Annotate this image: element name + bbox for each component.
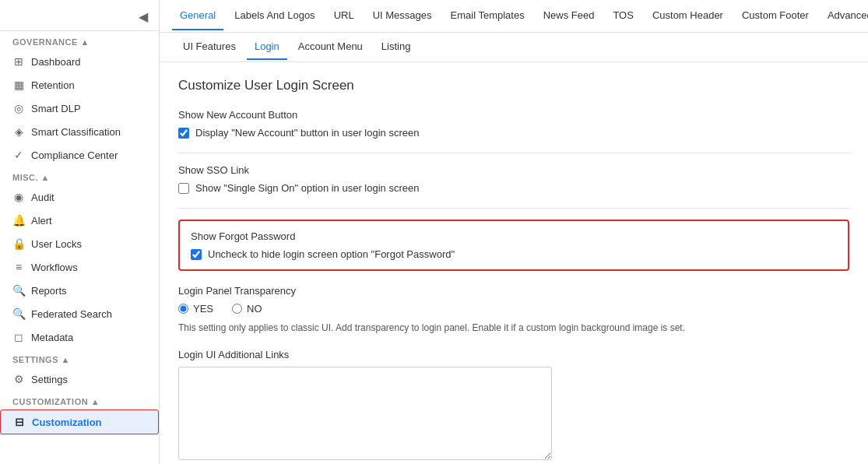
tab-custom-header[interactable]: Custom Header — [645, 2, 731, 30]
checkbox-row-new-account[interactable]: Display "New Account" button in user log… — [178, 127, 849, 139]
dashboard-icon: ⊞ — [12, 55, 25, 68]
workflows-icon: ≡ — [12, 261, 25, 273]
sidebar-label-federated-search: Federated Search — [31, 308, 112, 320]
sidebar-item-retention[interactable]: ▦ Retention — [0, 73, 159, 97]
sidebar: ◀ GOVERNANCE ▲ ⊞ Dashboard ▦ Retention ◎… — [0, 0, 160, 464]
sidebar-item-alert[interactable]: 🔔 Alert — [0, 209, 159, 232]
tab-tos[interactable]: TOS — [605, 2, 641, 30]
section-label-additional-links: Login UI Additional Links — [178, 349, 849, 360]
sub-tab-login[interactable]: Login — [247, 34, 287, 60]
alert-icon: 🔔 — [12, 214, 25, 227]
radio-no[interactable] — [232, 304, 242, 314]
main-content-area: General Labels And Logos URL UI Messages… — [160, 0, 868, 464]
sidebar-item-customization[interactable]: ⊟ Customization — [0, 410, 159, 434]
section-label-forgot-password: Show Forgot Password — [191, 230, 837, 242]
sidebar-section-settings: SETTINGS ▲ — [0, 349, 159, 367]
page-title: Customize User Login Screen — [178, 78, 849, 93]
sidebar-item-workflows[interactable]: ≡ Workflows — [0, 255, 159, 279]
section-login-panel-transparency: Login Panel Transparency YES NO This set… — [178, 285, 849, 335]
federated-search-icon: 🔍 — [12, 308, 25, 320]
section-sso-link: Show SSO Link Show "Single Sign On" opti… — [178, 164, 849, 194]
retention-icon: ▦ — [12, 79, 25, 91]
section-label-transparency: Login Panel Transparency — [178, 285, 849, 297]
divider-2 — [178, 208, 849, 209]
sidebar-item-user-locks[interactable]: 🔒 User Locks — [0, 232, 159, 255]
smart-dlp-icon: ◎ — [12, 102, 25, 114]
sidebar-label-alert: Alert — [31, 215, 52, 227]
sidebar-label-settings: Settings — [31, 374, 68, 385]
content-area: Customize User Login Screen Show New Acc… — [160, 62, 868, 464]
sidebar-item-metadata[interactable]: ◻ Metadata — [0, 325, 159, 349]
sidebar-item-compliance-center[interactable]: ✓ Compliance Center — [0, 143, 159, 167]
sidebar-label-smart-classification: Smart Classification — [31, 126, 121, 138]
section-label-sso: Show SSO Link — [178, 164, 849, 176]
checkbox-row-sso[interactable]: Show "Single Sign On" option in user log… — [178, 182, 849, 194]
top-navigation: General Labels And Logos URL UI Messages… — [160, 0, 868, 33]
tab-ui-messages[interactable]: UI Messages — [365, 2, 440, 30]
sidebar-label-compliance-center: Compliance Center — [31, 149, 118, 161]
collapse-sidebar-button[interactable]: ◀ — [134, 8, 153, 26]
sidebar-item-smart-dlp[interactable]: ◎ Smart DLP — [0, 97, 159, 120]
sidebar-collapse-area: ◀ — [0, 3, 159, 31]
tab-labels-logos[interactable]: Labels And Logos — [227, 2, 322, 30]
checkbox-row-forgot-password[interactable]: Uncheck to hide login screen option "For… — [191, 248, 837, 260]
sub-navigation: UI Features Login Account Menu Listing — [160, 33, 868, 62]
radio-no-label[interactable]: NO — [232, 303, 262, 315]
checkbox-forgot-password[interactable] — [191, 249, 202, 260]
settings-icon: ⚙ — [12, 373, 25, 385]
section-label-new-account: Show New Account Button — [178, 109, 849, 121]
sidebar-label-retention: Retention — [31, 79, 75, 91]
sub-tab-ui-features[interactable]: UI Features — [175, 34, 244, 60]
checkbox-sso[interactable] — [178, 183, 189, 194]
radio-group-transparency: YES NO — [178, 303, 849, 315]
radio-no-text: NO — [247, 303, 262, 315]
sidebar-item-settings[interactable]: ⚙ Settings — [0, 367, 159, 391]
metadata-icon: ◻ — [12, 331, 25, 343]
tab-email-templates[interactable]: Email Templates — [443, 2, 532, 30]
sidebar-item-federated-search[interactable]: 🔍 Federated Search — [0, 302, 159, 325]
sidebar-label-user-locks: User Locks — [31, 238, 82, 250]
user-locks-icon: 🔒 — [12, 237, 25, 250]
sidebar-section-customization: CUSTOMIZATION ▲ — [0, 391, 159, 410]
checkbox-label-forgot-password: Uncheck to hide login screen option "For… — [208, 248, 455, 260]
sidebar-label-customization: Customization — [32, 417, 102, 428]
sidebar-label-smart-dlp: Smart DLP — [31, 103, 81, 114]
additional-links-textarea[interactable] — [178, 367, 552, 460]
tab-news-feed[interactable]: News Feed — [536, 2, 603, 30]
sidebar-item-audit[interactable]: ◉ Audit — [0, 185, 159, 209]
checkbox-label-new-account: Display "New Account" button in user log… — [195, 127, 419, 139]
sub-tab-listing[interactable]: Listing — [374, 34, 419, 60]
checkbox-new-account[interactable] — [178, 128, 189, 139]
sidebar-label-reports: Reports — [31, 285, 67, 297]
sidebar-item-smart-classification[interactable]: ◈ Smart Classification — [0, 120, 159, 143]
tab-url[interactable]: URL — [326, 2, 362, 30]
sidebar-label-audit: Audit — [31, 192, 54, 203]
reports-icon: 🔍 — [12, 284, 25, 297]
tab-custom-footer[interactable]: Custom Footer — [734, 2, 817, 30]
sidebar-section-misc: MISC. ▲ — [0, 167, 159, 185]
radio-yes[interactable] — [178, 304, 188, 314]
section-new-account: Show New Account Button Display "New Acc… — [178, 109, 849, 139]
sidebar-section-governance: GOVERNANCE ▲ — [0, 31, 159, 50]
sub-tab-account-menu[interactable]: Account Menu — [290, 34, 371, 60]
checkbox-label-sso: Show "Single Sign On" option in user log… — [195, 182, 419, 194]
customization-icon: ⊟ — [13, 416, 26, 428]
sidebar-label-metadata: Metadata — [31, 332, 73, 343]
section-forgot-password-highlighted: Show Forgot Password Uncheck to hide log… — [178, 220, 849, 271]
radio-yes-text: YES — [193, 303, 213, 315]
transparency-description: This setting only applies to classic UI.… — [178, 321, 849, 335]
audit-icon: ◉ — [12, 191, 25, 203]
divider-1 — [178, 153, 849, 153]
compliance-icon: ✓ — [12, 149, 25, 161]
radio-yes-label[interactable]: YES — [178, 303, 213, 315]
section-additional-links: Login UI Additional Links — [178, 349, 849, 462]
sidebar-label-workflows: Workflows — [31, 262, 78, 273]
sidebar-label-dashboard: Dashboard — [31, 56, 81, 68]
smart-classification-icon: ◈ — [12, 125, 25, 138]
sidebar-item-dashboard[interactable]: ⊞ Dashboard — [0, 50, 159, 73]
tab-general[interactable]: General — [172, 2, 223, 30]
sidebar-item-reports[interactable]: 🔍 Reports — [0, 279, 159, 302]
tab-advanced[interactable]: Advanced — [820, 2, 868, 30]
